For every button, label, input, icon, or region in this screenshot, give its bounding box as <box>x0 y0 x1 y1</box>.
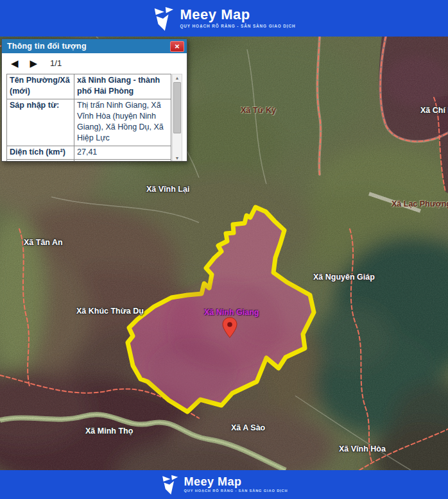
header-bar: Meey Map QUY HOẠCH RÕ RÀNG - SẴN SÀNG GI… <box>0 0 448 37</box>
field-value: xã Ninh Giang - thành phố Hải Phòng <box>74 74 171 99</box>
table-row: Tên Phường/Xã (mới) xã Ninh Giang - thàn… <box>7 74 171 99</box>
map-label-tan-an[interactable]: Xã Tân An <box>24 238 63 247</box>
map-label-a-sao[interactable]: Xã A Sào <box>231 423 265 432</box>
map-label-chi-m[interactable]: Xã Chí M <box>420 106 448 115</box>
field-label: Diện tích (km²) <box>7 146 74 159</box>
footer-bar: Meey Map QUY HOẠCH RÕ RÀNG - SẴN SÀNG GI… <box>0 470 448 499</box>
scroll-up-icon[interactable]: ▲ <box>173 74 182 81</box>
field-label: Tên Phường/Xã (mới) <box>7 74 74 99</box>
field-label: Sáp nhập từ: <box>7 99 74 146</box>
popup-title: Thông tin đối tượng <box>7 42 87 51</box>
map-label-vinh-lai[interactable]: Xã Vĩnh Lại <box>146 185 189 194</box>
close-button[interactable]: ✕ <box>170 41 184 52</box>
field-value: 39.535 <box>74 159 171 161</box>
feature-table-wrap: Tên Phường/Xã (mới) xã Ninh Giang - thàn… <box>6 74 171 161</box>
scroll-down-icon[interactable]: ▼ <box>173 155 182 161</box>
meey-map-app: Meey Map QUY HOẠCH RÕ RÀNG - SẴN SÀNG GI… <box>0 0 448 499</box>
field-value: 27,41 <box>74 146 171 159</box>
prev-page-button[interactable]: ◀ <box>11 58 19 68</box>
table-row: Sáp nhập từ: Thị trấn Ninh Giang, Xã Vĩn… <box>7 99 171 146</box>
popup-body: ◀ ▶ 1/1 Tên Phường/Xã (mới) xã Ninh Gian… <box>2 53 187 161</box>
map-label-minh-tho[interactable]: Xã Minh Thọ <box>85 427 133 436</box>
page-indicator: 1/1 <box>50 58 62 68</box>
brand-tagline: QUY HOẠCH RÕ RÀNG - SẴN SÀNG GIAO DỊCH <box>184 489 288 493</box>
map-label-tu-ky[interactable]: Xã Tứ Kỳ <box>241 106 276 115</box>
meeymap-logo-icon <box>152 6 174 31</box>
brand-name: Meey Map <box>180 8 295 22</box>
map-label-ninh-giang[interactable]: Xã Ninh Giang <box>204 308 259 317</box>
table-row: Dân số (người) 39.535 <box>7 159 171 161</box>
map-label-khuc-thua-du[interactable]: Xã Khúc Thừa Dụ <box>76 307 144 316</box>
meeymap-logo[interactable]: Meey Map QUY HOẠCH RÕ RÀNG - SẴN SÀNG GI… <box>152 6 295 31</box>
feature-info-popup: Thông tin đối tượng ✕ ◀ ▶ 1/1 Tên Phường… <box>1 38 187 162</box>
map-label-nguyen-giap[interactable]: Xã Nguyên Giáp <box>313 273 375 282</box>
map-canvas[interactable]: Xã Tứ Kỳ Xã Chí M Xã Lạc Phượng Xã Vĩnh … <box>0 37 448 470</box>
scrollbar-thumb[interactable] <box>173 82 181 133</box>
meeymap-logo-icon <box>160 474 178 495</box>
map-label-lac-phuong[interactable]: Xã Lạc Phượng <box>392 199 448 208</box>
table-scrollbar[interactable]: ▲ ▼ <box>172 74 182 161</box>
pager-row: ◀ ▶ 1/1 <box>2 53 187 72</box>
popup-titlebar[interactable]: Thông tin đối tượng ✕ <box>2 39 187 53</box>
brand-tagline: QUY HOẠCH RÕ RÀNG - SẴN SÀNG GIAO DỊCH <box>180 24 295 28</box>
meeymap-footer-logo[interactable]: Meey Map QUY HOẠCH RÕ RÀNG - SẴN SÀNG GI… <box>160 474 288 495</box>
brand-name: Meey Map <box>184 476 288 487</box>
field-label: Dân số (người) <box>7 159 74 161</box>
feature-table: Tên Phường/Xã (mới) xã Ninh Giang - thàn… <box>6 74 171 161</box>
field-value: Thị trấn Ninh Giang, Xã Vĩnh Hòa (huyện … <box>74 99 171 146</box>
map-label-vinh-hoa[interactable]: Xã Vĩnh Hòa <box>339 444 386 453</box>
table-row: Diện tích (km²) 27,41 <box>7 146 171 159</box>
next-page-button[interactable]: ▶ <box>30 58 38 68</box>
